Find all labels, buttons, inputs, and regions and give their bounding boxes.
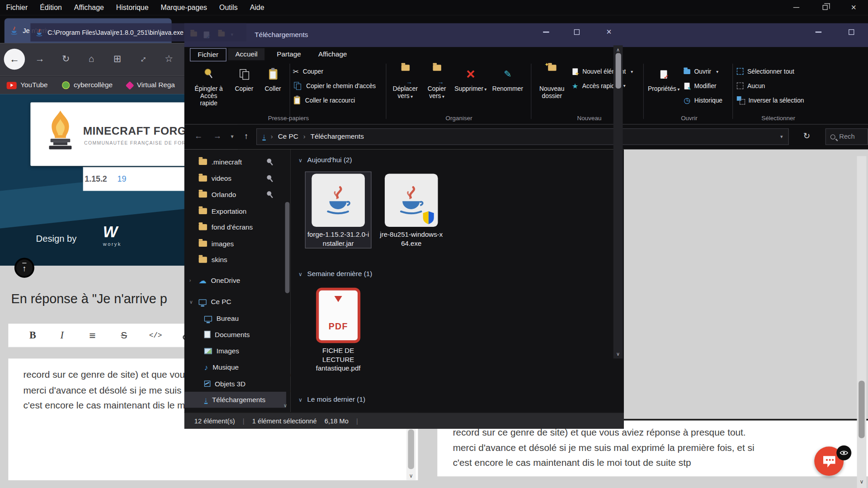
copy-path-button[interactable]: Copier le chemin d'accès bbox=[293, 80, 376, 91]
scroll-down-icon[interactable]: ∨ bbox=[613, 352, 623, 357]
grid-icon[interactable]: ⊞ bbox=[111, 53, 123, 66]
rename-button[interactable]: ✎ Renommer bbox=[488, 65, 528, 92]
file-forge-installer[interactable]: forge-1.15.2-31.2.0-installer.jar bbox=[305, 172, 372, 249]
scroll-down-icon[interactable]: ∨ bbox=[406, 473, 416, 479]
file-fiche-pdf[interactable]: PDF FICHE DE LECTURE fantastique.pdf bbox=[305, 286, 372, 374]
italic-button[interactable]: I bbox=[52, 324, 71, 347]
refresh-button[interactable]: ↻ bbox=[803, 131, 810, 141]
browser-restore-button[interactable] bbox=[811, 0, 840, 15]
sidebar-item-minecraft[interactable]: .minecraft bbox=[184, 154, 286, 170]
scroll-up-icon[interactable]: ∧ bbox=[613, 47, 623, 52]
select-none-button[interactable]: Aucun bbox=[737, 80, 765, 91]
scroll-top-button[interactable]: ↑ bbox=[14, 258, 34, 278]
sidebar-item-objets-3d[interactable]: Objets 3D bbox=[184, 375, 286, 392]
breadcrumb-ce-pc[interactable]: Ce PC bbox=[278, 133, 298, 141]
browser-minimize-button[interactable] bbox=[782, 0, 811, 15]
explorer-minimize-button[interactable] bbox=[806, 23, 831, 41]
explorer-maximize-button[interactable] bbox=[839, 23, 864, 41]
menu-aide[interactable]: Aide bbox=[244, 0, 270, 15]
invert-selection-button[interactable]: Inverser la sélection bbox=[737, 94, 804, 105]
list-button[interactable]: ≡ bbox=[83, 324, 102, 347]
sidebar-scrollbar-thumb[interactable] bbox=[285, 202, 290, 293]
file-list-scrollbar[interactable]: ∧ ∨ bbox=[613, 45, 623, 358]
nav-history-chevron-icon[interactable]: ▾ bbox=[231, 133, 234, 139]
home-button[interactable]: ⌂ bbox=[85, 53, 98, 66]
strikethrough-button[interactable]: S bbox=[114, 324, 133, 347]
nav-up-button[interactable]: ↑ bbox=[244, 131, 248, 141]
breadcrumb-telechargements[interactable]: Téléchargements bbox=[311, 133, 364, 141]
section-chevron-icon[interactable]: ∨ bbox=[298, 271, 302, 277]
menu-historique[interactable]: Historique bbox=[110, 0, 155, 15]
bookmark-youtube[interactable]: YouTube bbox=[7, 81, 48, 89]
menu-fichier[interactable]: Fichier bbox=[0, 0, 34, 15]
properties-button[interactable]: ✓ Propriétés▾ bbox=[648, 65, 679, 93]
bold-button[interactable]: B bbox=[23, 324, 42, 347]
edit-button[interactable]: ✎Modifier bbox=[684, 80, 716, 91]
new-folder-button[interactable]: ✦ Nouveau dossier bbox=[535, 65, 568, 99]
sidebar-item-ce-pc[interactable]: ∨Ce PC bbox=[184, 294, 286, 310]
paste-shortcut-button[interactable]: Coller le raccourci bbox=[293, 94, 355, 105]
address-dropdown-icon[interactable]: ▾ bbox=[780, 134, 783, 139]
section-header-last-month[interactable]: Le mois dernier (1) bbox=[307, 396, 365, 404]
console-close-button[interactable]: × bbox=[596, 23, 622, 41]
back-button[interactable]: ← bbox=[4, 49, 25, 70]
move-to-button[interactable]: → Déplacer vers▾ bbox=[390, 65, 420, 100]
nav-forward-button[interactable]: → bbox=[213, 131, 221, 141]
search-box[interactable]: Rech bbox=[826, 128, 868, 145]
copy-button[interactable]: Copier bbox=[231, 65, 258, 92]
paste-button[interactable]: Coller bbox=[259, 65, 286, 92]
code-button[interactable]: </> bbox=[146, 324, 165, 347]
sidebar-item-partial[interactable] bbox=[184, 408, 286, 413]
sidebar-item-images[interactable]: Images bbox=[184, 343, 286, 359]
expand-chevron-icon[interactable]: › bbox=[189, 277, 191, 283]
tab-affichage[interactable]: Affichage bbox=[311, 48, 354, 61]
open-button[interactable]: Ouvrir▾ bbox=[684, 66, 718, 77]
menu-edition[interactable]: Édition bbox=[34, 0, 68, 15]
console-maximize-button[interactable] bbox=[564, 23, 590, 41]
bookmark-cybercollege[interactable]: cybercollège bbox=[62, 81, 113, 89]
history-button[interactable]: ◷Historique bbox=[684, 94, 722, 105]
java-console-title-bar[interactable]: C:\Program Files\Java\jre1.8.0_251\bin\j… bbox=[30, 23, 246, 41]
browser-close-button[interactable]: × bbox=[839, 0, 868, 15]
delete-button[interactable]: × Supprimer▾ bbox=[456, 65, 486, 93]
select-all-button[interactable]: Sélectionner tout bbox=[737, 66, 794, 77]
section-header-today[interactable]: Aujourd'hui (2) bbox=[307, 156, 352, 164]
sidebar-item-skins[interactable]: skins bbox=[184, 252, 286, 268]
sidebar-item-videos[interactable]: videos bbox=[184, 170, 286, 187]
forward-button[interactable]: → bbox=[34, 53, 46, 66]
section-chevron-icon[interactable]: ∨ bbox=[298, 157, 302, 163]
nav-back-button[interactable]: ← bbox=[194, 131, 203, 141]
new-item-button[interactable]: ✦Nouvel élément▾ bbox=[572, 66, 633, 77]
collapse-chevron-icon[interactable]: ∨ bbox=[189, 299, 193, 305]
sidebar-item-onedrive[interactable]: ›☁OneDrive bbox=[184, 272, 286, 288]
bookmark-star-button[interactable]: ☆ bbox=[163, 53, 175, 66]
sidebar-item-orlando[interactable]: Orlando bbox=[184, 187, 286, 203]
sidebar-item-bureau[interactable]: Bureau bbox=[184, 310, 286, 327]
menu-affichage[interactable]: Affichage bbox=[68, 0, 110, 15]
explorer-title-bar[interactable]: ✓ ▾ Téléchargements × bbox=[184, 23, 868, 47]
bookmark-virtual-rega[interactable]: Virtual Rega bbox=[127, 81, 175, 89]
sidebar-item-exportation[interactable]: Exportation bbox=[184, 203, 286, 219]
section-chevron-icon[interactable]: ∨ bbox=[298, 397, 302, 403]
menu-marque-pages[interactable]: Marque-pages bbox=[155, 0, 213, 15]
sidebar-item-telechargements[interactable]: ↓Téléchargements bbox=[184, 392, 286, 408]
sidebar-item-documents[interactable]: Documents bbox=[184, 326, 286, 343]
file-jre-installer[interactable]: jre-8u251-windows-x64.exe bbox=[378, 172, 444, 249]
sidebar-item-fond-decrans[interactable]: fond d'écrans bbox=[184, 219, 286, 235]
scroll-down-icon[interactable]: ∨ bbox=[857, 479, 867, 484]
replies-count[interactable]: 19 bbox=[118, 174, 127, 183]
section-header-last-week[interactable]: Semaine dernière (1) bbox=[307, 270, 373, 278]
tab-accueil[interactable]: Accueil bbox=[228, 48, 264, 61]
pin-to-quick-access-button[interactable]: Épingler à Accès rapide bbox=[191, 65, 226, 107]
fullscreen-button[interactable]: ↕ bbox=[137, 53, 150, 66]
scrollbar-thumb[interactable] bbox=[615, 53, 621, 89]
reload-button[interactable]: ↻ bbox=[60, 53, 72, 66]
tab-fichier[interactable]: Fichier bbox=[190, 48, 226, 61]
sidebar-scroll-down-icon[interactable]: ∨ bbox=[283, 403, 287, 408]
copy-to-button[interactable]: → Copier vers▾ bbox=[422, 65, 451, 100]
address-bar[interactable]: ↓ › Ce PC › Téléchargements ▾ bbox=[256, 128, 789, 145]
cut-button[interactable]: ✂Couper bbox=[293, 66, 323, 77]
tab-partage[interactable]: Partage bbox=[269, 48, 308, 61]
preview-eye-button[interactable] bbox=[836, 446, 851, 460]
menu-outils[interactable]: Outils bbox=[213, 0, 244, 15]
